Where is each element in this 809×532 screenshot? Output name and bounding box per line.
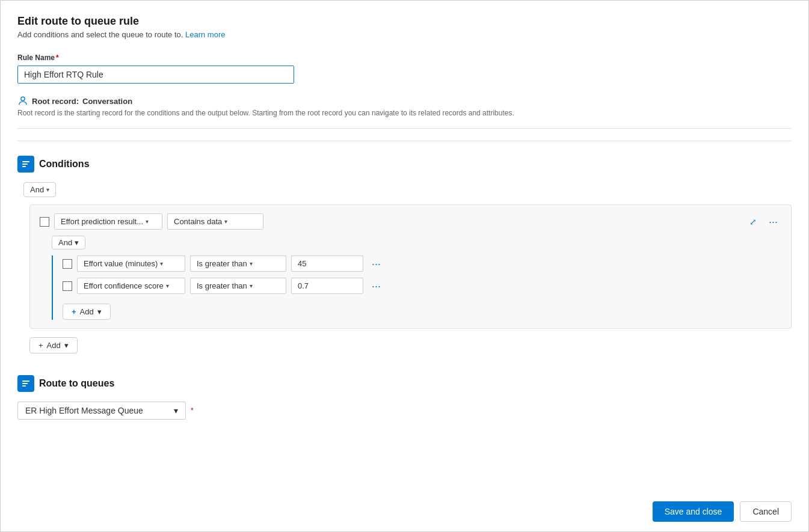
condition-block: Effort prediction result... ▾ Contains d… [29, 204, 792, 329]
required-star: * [56, 54, 59, 62]
svg-point-0 [21, 97, 25, 100]
op3-chevron-icon: ▾ [250, 283, 253, 289]
root-record-entity: Conversation [82, 97, 132, 106]
inner-and-button[interactable]: And ▾ [52, 236, 85, 249]
footer-actions: Save and close Cancel [653, 501, 792, 522]
route-section-title: Route to queues [39, 378, 114, 389]
condition-row-3: Effort confidence score ▾ Is greater tha… [63, 278, 781, 294]
field2-chevron-icon: ▾ [160, 260, 163, 267]
route-icon [21, 379, 31, 388]
expand-button[interactable]: ⤢ [746, 217, 760, 227]
route-section-header: Route to queues [17, 375, 792, 392]
condition2-value-input[interactable] [291, 255, 363, 272]
page-container: Edit route to queue rule Add conditions … [0, 0, 809, 532]
queue-selector-row: ER High Effort Message Queue ▾ * [17, 402, 792, 420]
svg-rect-5 [22, 383, 28, 384]
inner-add-chevron-icon: ▾ [97, 307, 102, 316]
svg-rect-6 [22, 385, 26, 387]
conditions-title: Conditions [39, 159, 90, 170]
and-chevron-icon: ▾ [46, 186, 49, 193]
op2-chevron-icon: ▾ [250, 260, 253, 267]
and-group-button[interactable]: And ▾ [23, 182, 56, 197]
more-options-button-3[interactable]: ··· [368, 281, 384, 292]
rule-name-label: Rule Name* [17, 54, 792, 62]
rule-name-input[interactable] [17, 66, 294, 84]
inner-group: And ▾ Effort value (minutes) ▾ Is greate… [52, 236, 781, 320]
root-record-desc: Root record is the starting record for t… [17, 109, 792, 117]
subtitle-text: Add conditions and select the queue to r… [17, 30, 185, 39]
root-record-label: Root record: [32, 97, 79, 106]
op1-chevron-icon: ▾ [224, 218, 227, 225]
more-options-button-1[interactable]: ··· [765, 216, 781, 227]
condition-row-1: Effort prediction result... ▾ Contains d… [40, 213, 781, 230]
condition2-operator-dropdown[interactable]: Is greater than ▾ [190, 255, 286, 272]
inner-conditions: Effort value (minutes) ▾ Is greater than… [52, 255, 781, 320]
save-and-close-button[interactable]: Save and close [653, 501, 734, 522]
more-options-button-2[interactable]: ··· [368, 258, 384, 269]
condition2-checkbox[interactable] [63, 259, 72, 269]
route-to-queues-section: Route to queues ER High Effort Message Q… [17, 375, 792, 420]
svg-rect-1 [22, 161, 29, 162]
divider [17, 141, 792, 141]
condition3-value-input[interactable] [291, 278, 363, 294]
inner-and-chevron-icon: ▾ [75, 238, 79, 247]
condition3-field-dropdown[interactable]: Effort confidence score ▾ [77, 278, 185, 294]
field3-chevron-icon: ▾ [166, 283, 169, 289]
svg-rect-2 [22, 164, 28, 165]
conditions-area: And ▾ Effort prediction result... ▾ Cont… [17, 182, 792, 353]
condition1-operator-dropdown[interactable]: Contains data ▾ [167, 213, 263, 230]
condition3-checkbox[interactable] [63, 281, 72, 291]
svg-rect-4 [22, 381, 29, 382]
condition2-field-dropdown[interactable]: Effort value (minutes) ▾ [77, 255, 185, 272]
conditions-section-header: Conditions [17, 156, 792, 173]
condition-row-2: Effort value (minutes) ▾ Is greater than… [63, 255, 781, 272]
condition1-field-dropdown[interactable]: Effort prediction result... ▾ [54, 213, 162, 230]
inner-add-button[interactable]: + Add ▾ [63, 304, 111, 320]
person-icon [17, 96, 28, 106]
condition1-checkbox[interactable] [40, 217, 49, 227]
outer-add-plus-icon: + [38, 341, 43, 350]
page-title: Edit route to queue rule [17, 15, 792, 28]
root-record-section: Root record: Conversation Root record is… [17, 96, 792, 129]
root-record-header: Root record: Conversation [17, 96, 792, 106]
queue-dropdown[interactable]: ER High Effort Message Queue ▾ [17, 402, 186, 420]
outer-add-button[interactable]: + Add ▾ [29, 337, 78, 353]
conditions-icon [21, 159, 31, 169]
page-subtitle: Add conditions and select the queue to r… [17, 30, 792, 39]
queue-required-star: * [191, 406, 194, 415]
queue-chevron-icon: ▾ [174, 406, 178, 415]
learn-more-link[interactable]: Learn more [185, 30, 225, 39]
cancel-button[interactable]: Cancel [740, 501, 792, 522]
conditions-icon-box [17, 156, 34, 173]
inner-add-plus-icon: + [72, 307, 76, 316]
field1-chevron-icon: ▾ [146, 218, 149, 225]
rule-name-field: Rule Name* [17, 54, 792, 84]
condition3-operator-dropdown[interactable]: Is greater than ▾ [190, 278, 286, 294]
route-icon-box [17, 375, 34, 392]
outer-add-chevron-icon: ▾ [64, 341, 69, 350]
svg-rect-3 [22, 166, 26, 167]
